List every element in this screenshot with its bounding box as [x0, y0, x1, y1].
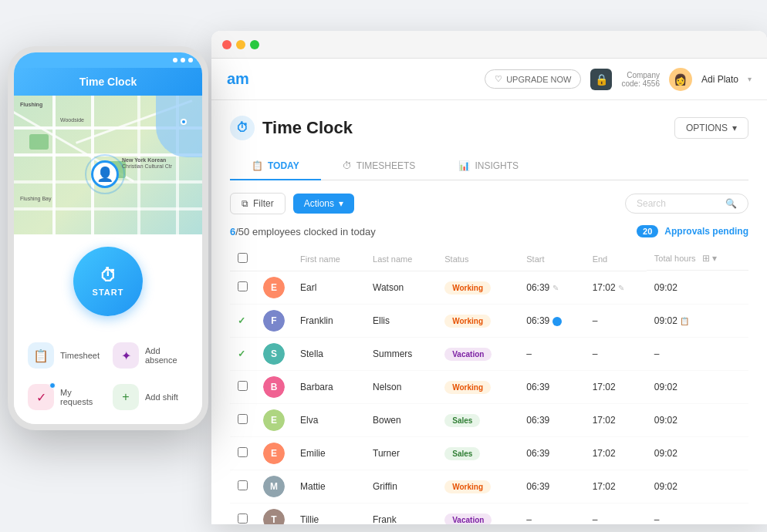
table-row: E Emilie Turner Sales 06:39 17:02 09:02	[230, 437, 748, 470]
page-title: ⏱ Time Clock	[230, 116, 353, 140]
add-absence-icon: ✦	[113, 342, 139, 369]
row-total: 09:02	[647, 470, 748, 503]
row-checkbox-cell: ✓	[230, 338, 255, 371]
row-avatar-cell: S	[255, 338, 292, 371]
clock-icon: ⏱	[100, 266, 117, 286]
table-row: B Barbara Nelson Working 06:39 17:02 09:…	[230, 371, 748, 404]
select-all-checkbox[interactable]	[238, 253, 248, 263]
status-badge: Vacation	[444, 348, 492, 361]
insights-icon: 📊	[458, 160, 470, 171]
row-end: –	[585, 338, 647, 371]
row-start: 06:39	[519, 470, 584, 503]
col-status: Status	[437, 247, 519, 271]
wifi-icon	[181, 58, 185, 62]
tab-insights[interactable]: 📊 INSIGHTS	[437, 153, 540, 180]
today-icon: 📋	[252, 160, 263, 171]
status-badge: Sales	[444, 414, 480, 427]
edit-icon: ✎	[552, 284, 559, 292]
row-checkbox[interactable]	[238, 480, 248, 490]
add-shift-action[interactable]: + Add shift	[108, 376, 193, 418]
timesheet-icon: 📋	[28, 342, 54, 369]
filter-icon: ⧉	[242, 198, 248, 209]
row-avatar: E	[263, 277, 285, 298]
approvals-pending[interactable]: 20 Approvals pending	[637, 225, 748, 237]
col-total-hours: Total hours ⊞ ▾	[647, 247, 748, 271]
row-total: 09:02	[647, 404, 748, 437]
status-badge: Vacation	[444, 513, 492, 525]
lock-icon: 🔒	[590, 69, 612, 90]
row-first-name: Emilie	[292, 437, 365, 470]
row-avatar: F	[263, 310, 285, 332]
row-status: Working	[437, 305, 519, 338]
phone-header: Time Clock	[14, 68, 202, 96]
row-checkbox[interactable]	[238, 281, 248, 291]
upgrade-button[interactable]: ♡ UPGRADE NOW	[485, 69, 581, 89]
user-avatar[interactable]: 👩	[669, 68, 692, 91]
my-requests-action[interactable]: ✓ My requests	[23, 376, 108, 418]
heart-icon: ♡	[495, 74, 502, 84]
row-avatar-cell: E	[255, 437, 292, 470]
stats-row: 6/50 employees clocked in today 20 Appro…	[230, 225, 748, 237]
row-avatar: T	[263, 509, 285, 524]
row-checkbox[interactable]	[238, 381, 248, 391]
row-end: –	[585, 503, 647, 525]
phone-actions: 📋 Timesheet ✦ Add absence ✓ My requests …	[14, 328, 202, 424]
row-total: –	[647, 338, 748, 371]
row-status: Sales	[437, 437, 519, 470]
maximize-window-button[interactable]	[250, 40, 259, 49]
row-end: –	[585, 305, 647, 338]
row-avatar-cell: F	[255, 305, 292, 338]
table-body: E Earl Watson Working 06:39 ✎ 17:02 ✎ 09…	[230, 271, 748, 525]
row-checkbox[interactable]	[238, 513, 248, 524]
page-title-row: ⏱ Time Clock OPTIONS ▾	[230, 116, 748, 140]
row-status: Working	[437, 371, 519, 404]
row-first-name: Franklin	[292, 305, 365, 338]
row-total: 09:02 📋	[647, 305, 748, 338]
add-absence-action[interactable]: ✦ Add absence	[108, 335, 193, 376]
row-checkbox-cell	[230, 404, 255, 437]
tab-timesheets[interactable]: ⏱ TIMESHEETS	[321, 153, 438, 180]
filter-button[interactable]: ⧉ Filter	[230, 193, 286, 214]
tab-today[interactable]: 📋 TODAY	[230, 153, 321, 180]
col-first-name: First name	[292, 247, 365, 271]
row-last-name: Watson	[365, 271, 437, 305]
timesheets-icon: ⏱	[343, 160, 352, 171]
row-avatar: E	[263, 409, 285, 431]
add-shift-label: Add shift	[145, 392, 178, 402]
timesheet-action[interactable]: 📋 Timesheet	[23, 335, 108, 376]
row-start: 06:39	[519, 371, 584, 404]
row-avatar-cell: E	[255, 404, 292, 437]
row-checkbox[interactable]	[238, 447, 248, 457]
search-box[interactable]: Search 🔍	[625, 194, 748, 214]
row-start: 06:39	[519, 404, 584, 437]
row-checkbox-cell	[230, 437, 255, 470]
row-checkbox-cell	[230, 503, 255, 525]
col-checkbox	[230, 247, 255, 271]
start-button[interactable]: ⏱ START	[73, 247, 143, 316]
search-icon: 🔍	[725, 198, 737, 209]
table-row: ✓ S Stella Summers Vacation – – –	[230, 338, 748, 371]
controls-row: ⧉ Filter Actions ▾ Search 🔍	[230, 193, 748, 214]
row-checkbox-cell	[230, 371, 255, 404]
signal-icon	[173, 58, 177, 62]
search-placeholder: Search	[637, 198, 721, 209]
options-button[interactable]: OPTIONS ▾	[674, 117, 748, 139]
status-badge: Working	[444, 281, 491, 295]
status-icons	[173, 58, 193, 62]
add-absence-label: Add absence	[145, 346, 188, 365]
row-avatar: B	[263, 376, 285, 398]
row-start: 06:39	[519, 305, 584, 338]
table-row: T Tillie Frank Vacation – – –	[230, 503, 748, 525]
table-row: ✓ F Franklin Ellis Working 06:39 – 09:02…	[230, 305, 748, 338]
grid-view-icon[interactable]: ⊞ ▾	[702, 253, 717, 264]
row-checkbox-cell: ✓	[230, 305, 255, 338]
phone-start-section: ⏱ START	[14, 234, 202, 328]
row-checkbox[interactable]	[238, 414, 248, 424]
row-last-name: Summers	[365, 338, 437, 371]
actions-button[interactable]: Actions ▾	[293, 194, 354, 214]
row-total: –	[647, 503, 748, 525]
chevron-down-icon[interactable]: ▾	[748, 75, 752, 83]
minimize-window-button[interactable]	[236, 40, 245, 49]
row-start: 06:39 ✎	[519, 271, 584, 305]
row-last-name: Turner	[365, 437, 437, 470]
